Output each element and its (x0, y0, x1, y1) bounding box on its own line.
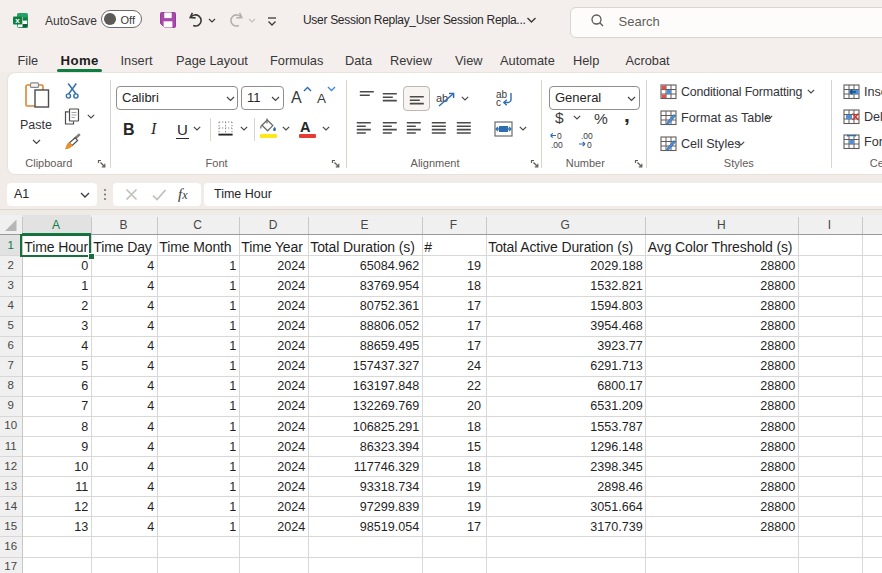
svg-text:x: x (15, 16, 20, 25)
svg-text:.00: .00 (551, 140, 563, 150)
svg-text:0: 0 (587, 140, 592, 150)
svg-text:c: c (496, 97, 501, 108)
svg-text:ab: ab (436, 92, 448, 104)
